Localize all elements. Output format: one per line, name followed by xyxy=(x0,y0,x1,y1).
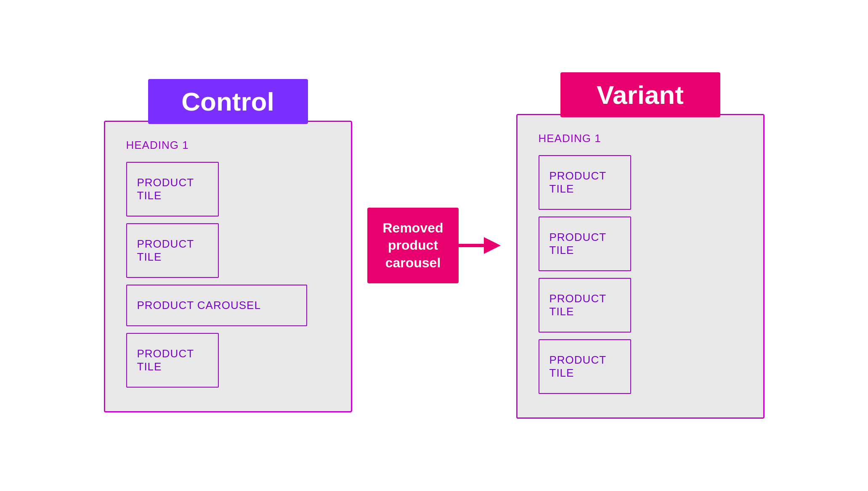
control-carousel: PRODUCT CAROUSEL xyxy=(126,285,307,326)
control-title: Control xyxy=(181,87,274,116)
variant-panel: Variant HEADING 1 PRODUCT TILE PRODUCT T… xyxy=(502,72,779,419)
variant-body: HEADING 1 PRODUCT TILE PRODUCT TILE PROD… xyxy=(516,114,764,419)
variant-tile-3-label: PRODUCT TILE xyxy=(549,292,606,318)
variant-header: Variant xyxy=(560,72,720,117)
variant-tile-1: PRODUCT TILE xyxy=(539,155,631,210)
middle-section: Removedproductcarousel xyxy=(367,208,502,284)
variant-tile-2: PRODUCT TILE xyxy=(539,216,631,271)
variant-tile-2-label: PRODUCT TILE xyxy=(549,231,606,256)
annotation-text: Removedproductcarousel xyxy=(382,220,443,270)
variant-tile-4: PRODUCT TILE xyxy=(539,339,631,394)
control-tile-1: PRODUCT TILE xyxy=(126,162,219,216)
control-panel: Control HEADING 1 PRODUCT TILE PRODUCT T… xyxy=(89,79,367,412)
control-tile-2: PRODUCT TILE xyxy=(126,223,219,278)
arrow-shaft xyxy=(459,244,484,247)
control-carousel-label: PRODUCT CAROUSEL xyxy=(137,299,261,311)
control-heading: HEADING 1 xyxy=(126,139,330,152)
variant-tile-4-label: PRODUCT TILE xyxy=(549,354,606,379)
control-tile-1-label: PRODUCT TILE xyxy=(137,176,194,202)
control-body: HEADING 1 PRODUCT TILE PRODUCT TILE PROD… xyxy=(104,121,352,412)
control-tile-2-label: PRODUCT TILE xyxy=(137,238,194,263)
control-header: Control xyxy=(148,79,308,124)
control-tile-3: PRODUCT TILE xyxy=(126,333,219,388)
annotation-box: Removedproductcarousel xyxy=(367,208,458,284)
variant-title: Variant xyxy=(597,80,684,109)
arrow-head xyxy=(484,237,501,254)
control-tile-3-label: PRODUCT TILE xyxy=(137,347,194,373)
main-container: Control HEADING 1 PRODUCT TILE PRODUCT T… xyxy=(0,0,868,491)
variant-tile-3: PRODUCT TILE xyxy=(539,278,631,333)
annotation-wrapper: Removedproductcarousel xyxy=(367,208,500,284)
variant-tile-1-label: PRODUCT TILE xyxy=(549,169,606,195)
variant-heading: HEADING 1 xyxy=(539,132,742,145)
